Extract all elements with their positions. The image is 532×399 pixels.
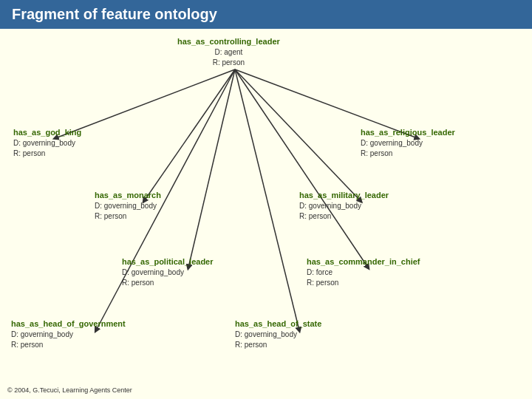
node-commander-in-chief: has_as_commander_in_chief D: force R: pe…: [307, 256, 420, 288]
node-religious-leader: has_as_religious_leader D: governing_bod…: [361, 127, 455, 159]
svg-line-5: [235, 69, 368, 267]
footer-text: © 2004, G.Tecuci, Learning Agents Center: [7, 386, 132, 394]
node-controlling-leader: has_as_controlling_leader D: agent R: pe…: [177, 36, 280, 68]
node-monarch: has_as_monarch D: governing_body R: pers…: [95, 190, 161, 222]
node-head-of-state: has_as_head_of_state D: governing_body R…: [235, 318, 321, 350]
svg-line-2: [144, 69, 235, 201]
title-bar: Fragment of feature ontology: [0, 0, 532, 29]
svg-line-0: [55, 69, 235, 138]
node-god-king: has_as_god_king D: governing_body R: per…: [13, 127, 81, 159]
svg-line-3: [235, 69, 361, 201]
node-military-leader: has_as_military_leader D: governing_body…: [299, 190, 389, 222]
node-political-leader: has_as_political_leader D: governing_bod…: [122, 256, 214, 288]
svg-line-4: [188, 69, 235, 267]
page-title: Fragment of feature ontology: [12, 6, 217, 22]
node-head-of-government: has_as_head_of_government D: governing_b…: [11, 318, 126, 350]
diagram: has_as_controlling_leader D: agent R: pe…: [0, 29, 532, 398]
svg-line-7: [235, 69, 299, 330]
